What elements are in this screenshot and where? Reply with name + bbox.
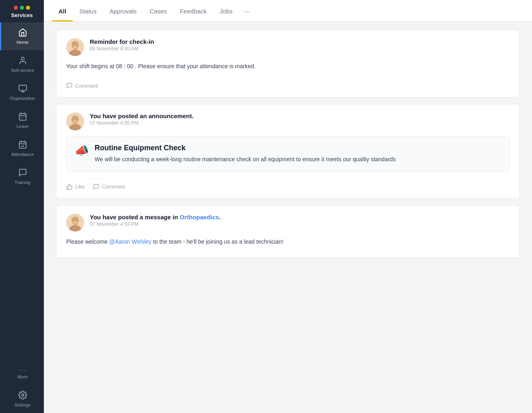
comment-label-announcement: Comment bbox=[102, 184, 125, 190]
like-label-announcement: Like bbox=[75, 184, 85, 190]
tab-all[interactable]: All bbox=[52, 0, 73, 22]
like-button-announcement[interactable]: Like bbox=[66, 184, 85, 190]
self-service-icon bbox=[18, 56, 27, 66]
sidebar-label-settings: Settings bbox=[15, 402, 31, 407]
main-content: All Status Approvals Cases Feedback Jobs… bbox=[44, 0, 532, 413]
aaron-welsley-link[interactable]: @Aaron Welsley bbox=[109, 238, 151, 245]
svg-point-0 bbox=[21, 57, 24, 60]
organization-icon bbox=[18, 84, 27, 94]
sidebar-item-attendance[interactable]: Attendance bbox=[0, 134, 44, 162]
post-checkin-meta: Reminder for check-in 08 November 8:00 A… bbox=[90, 38, 154, 52]
training-icon bbox=[18, 168, 27, 178]
avatar-announcement bbox=[66, 112, 84, 130]
tab-more-button[interactable]: ··· bbox=[239, 0, 255, 22]
post-announcement-actions: Like Comment bbox=[66, 178, 510, 190]
sidebar: Services Home Self-service Organization … bbox=[0, 0, 44, 413]
sidebar-label-more: More bbox=[17, 374, 28, 379]
sidebar-item-more[interactable]: ··· More bbox=[0, 361, 44, 385]
post-checkin-time: 08 November 8:00 AM bbox=[90, 46, 154, 52]
settings-icon bbox=[18, 391, 27, 401]
sidebar-label-organization: Organization bbox=[10, 96, 35, 101]
post-announcement-title: You have posted an announcement. bbox=[90, 112, 194, 119]
tab-cases[interactable]: Cases bbox=[143, 0, 173, 22]
post-checkin-actions: Comment bbox=[66, 77, 510, 89]
tabs-bar: All Status Approvals Cases Feedback Jobs… bbox=[44, 0, 532, 22]
tab-feedback[interactable]: Feedback bbox=[173, 0, 213, 22]
dot-yellow bbox=[26, 6, 30, 10]
comment-icon bbox=[66, 82, 73, 89]
post-checkin-title: Reminder for check-in bbox=[90, 38, 154, 45]
dot-red bbox=[14, 6, 18, 10]
attendance-icon bbox=[18, 140, 27, 150]
like-icon bbox=[66, 184, 73, 190]
sidebar-item-home[interactable]: Home bbox=[0, 22, 44, 50]
leave-icon: 1 bbox=[18, 112, 27, 122]
brand: Services bbox=[0, 0, 44, 22]
post-orthopaedics-header: You have posted a message in Orthopaedic… bbox=[66, 214, 510, 231]
tab-jobs[interactable]: Jobs bbox=[213, 0, 239, 22]
sidebar-label-training: Training bbox=[15, 180, 30, 185]
post-body-suffix: to the team - he'll be joining us as a l… bbox=[151, 238, 283, 245]
announcement-body: We will be conducting a week-long routin… bbox=[95, 155, 396, 164]
sidebar-item-organization[interactable]: Organization bbox=[0, 78, 44, 106]
sidebar-label-attendance: Attendance bbox=[11, 152, 34, 157]
sidebar-item-settings[interactable]: Settings bbox=[0, 385, 44, 413]
announcement-box: 📣 Routine Equipment Check We will be con… bbox=[66, 136, 510, 171]
avatar-orthopaedics bbox=[66, 214, 84, 231]
feed: Reminder for check-in 08 November 8:00 A… bbox=[44, 22, 532, 413]
post-checkin-body: Your shift begins at 08 : 00 . Please en… bbox=[66, 62, 510, 71]
post-orthopaedics-title: You have posted a message in Orthopaedic… bbox=[90, 214, 221, 221]
post-announcement: You have posted an announcement. 07 Nove… bbox=[56, 104, 520, 198]
dot-green bbox=[20, 6, 24, 10]
tab-status[interactable]: Status bbox=[73, 0, 103, 22]
post-orthopaedics: You have posted a message in Orthopaedic… bbox=[56, 205, 520, 258]
post-orthopaedics-title-prefix: You have posted a message in bbox=[90, 214, 178, 221]
comment-button-checkin[interactable]: Comment bbox=[66, 82, 98, 89]
post-orthopaedics-time: 07 November 4:53 PM bbox=[90, 221, 221, 227]
post-checkin: Reminder for check-in 08 November 8:00 A… bbox=[56, 30, 520, 97]
sidebar-item-self-service[interactable]: Self-service bbox=[0, 50, 44, 78]
announcement-content: Routine Equipment Check We will be condu… bbox=[95, 144, 396, 164]
post-announcement-header: You have posted an announcement. 07 Nove… bbox=[66, 112, 510, 130]
home-icon bbox=[18, 28, 27, 38]
more-icon: ··· bbox=[19, 367, 26, 373]
sidebar-item-leave[interactable]: 1 Leave bbox=[0, 106, 44, 134]
post-checkin-header: Reminder for check-in 08 November 8:00 A… bbox=[66, 38, 510, 56]
svg-text:1: 1 bbox=[21, 117, 23, 119]
sidebar-label-home: Home bbox=[17, 40, 28, 45]
sidebar-item-training[interactable]: Training bbox=[0, 162, 44, 190]
post-orthopaedics-body: Please welcome @Aaron Welsley to the tea… bbox=[66, 237, 510, 246]
svg-rect-2 bbox=[19, 114, 26, 121]
sidebar-label-self-service: Self-service bbox=[11, 68, 34, 73]
post-body-prefix: Please welcome bbox=[66, 238, 109, 245]
comment-icon-2 bbox=[93, 184, 99, 190]
avatar-checkin bbox=[66, 38, 84, 56]
announcement-title: Routine Equipment Check bbox=[95, 144, 396, 152]
brand-dots bbox=[14, 6, 30, 10]
sidebar-label-leave: Leave bbox=[17, 124, 29, 129]
comment-label-checkin: Comment bbox=[75, 83, 98, 89]
svg-rect-7 bbox=[19, 142, 26, 149]
comment-button-announcement[interactable]: Comment bbox=[93, 184, 125, 190]
post-announcement-time: 07 November 4:55 PM bbox=[90, 120, 194, 126]
svg-rect-1 bbox=[19, 85, 26, 91]
megaphone-icon: 📣 bbox=[75, 144, 89, 157]
post-orthopaedics-meta: You have posted a message in Orthopaedic… bbox=[90, 214, 221, 227]
svg-point-11 bbox=[22, 394, 24, 396]
tab-approvals[interactable]: Approvals bbox=[103, 0, 143, 22]
brand-label: Services bbox=[11, 12, 33, 18]
post-announcement-meta: You have posted an announcement. 07 Nove… bbox=[90, 112, 194, 126]
orthopaedics-channel-link[interactable]: Orthopaedics bbox=[179, 214, 219, 221]
